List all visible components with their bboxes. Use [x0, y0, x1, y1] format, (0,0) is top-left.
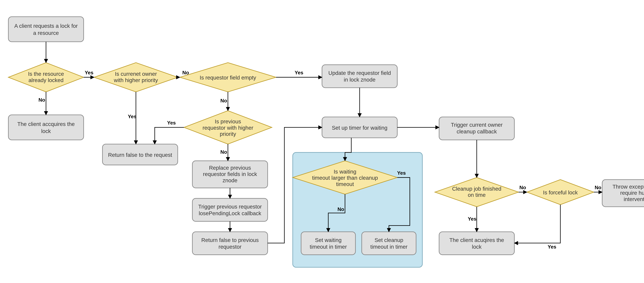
svg-rect-4 [8, 115, 84, 140]
edge-label: Yes [548, 244, 556, 250]
svg-text:Set up timer for waiting: Set up timer for waiting [332, 125, 387, 131]
edge-label: No [182, 70, 189, 75]
svg-text:Return false to the request: Return false to the request [108, 152, 172, 158]
node-p-replace: Replace previousrequestor fields in lock… [192, 161, 268, 188]
node-p-acquire2: The client acuqires thelock [439, 232, 514, 255]
svg-text:Is requestor field empty: Is requestor field empty [200, 75, 256, 81]
node-d-cleanup-ok: Cleanup job finishedon time [435, 178, 518, 207]
edge-label: Yes [295, 70, 303, 75]
node-d-locked: Is the resourcealready locked [8, 63, 84, 92]
node-p-update: Update the requestor fieldin lock znode [322, 65, 397, 88]
node-p-timer: Set up timer for waiting [322, 117, 397, 138]
node-d-owner-pri: Is currenet ownerwith higher priority [94, 63, 178, 92]
svg-rect-0 [8, 17, 84, 42]
edge-dforceful-pacquire2 [514, 205, 560, 243]
node-start: A client requests a lock fora resource [8, 17, 84, 42]
node-d-prev-pri: Is previousrequestor with higherpriority [184, 111, 272, 144]
node-p-setclean: Set cleanuptimeout in timer [362, 232, 416, 255]
edge-label: Yes [167, 120, 176, 126]
svg-rect-34 [439, 232, 514, 255]
edge-label: Yes [468, 216, 476, 222]
svg-rect-20 [322, 65, 397, 88]
edge-label: No [38, 97, 45, 103]
node-d-forceful: Is forceful lock [527, 180, 594, 205]
edge-dprevpri-pretfalse [155, 127, 184, 144]
edge-label: No [220, 149, 227, 155]
edge-label: No [338, 207, 344, 212]
svg-rect-26 [301, 232, 356, 255]
svg-rect-28 [362, 232, 416, 255]
edge-label: Yes [397, 170, 406, 176]
svg-rect-18 [192, 232, 268, 255]
node-p-trigclean: Trigger current ownercleanup callback [439, 117, 514, 140]
node-p-retfalse: Return false to the request [102, 144, 178, 165]
edge-label: No [519, 185, 526, 190]
edge-label: Yes [85, 70, 94, 75]
edge-label: Yes [128, 114, 136, 119]
edge-label: No [595, 185, 601, 190]
svg-text:Is forceful lock: Is forceful lock [543, 190, 578, 196]
svg-text:Is currenet ownerwith higher p: Is currenet ownerwith higher priority [114, 71, 158, 83]
svg-text:Is the resourcealready locked: Is the resourcealready locked [28, 71, 64, 83]
node-p-acquire1: The client accquires thelock [8, 115, 84, 140]
node-p-retprev: Return false to previousrequestor [192, 232, 268, 255]
node-p-setwait: Set waitingtimeout in timer [301, 232, 356, 255]
svg-rect-16 [192, 198, 268, 221]
node-d-req-empty: Is requestor field empty [180, 63, 276, 92]
node-p-throw: Throw exception andrequire humaninterven… [602, 180, 644, 207]
node-p-losepend: Trigger previous requestorlosePendingLoc… [192, 198, 268, 221]
edge-label: No [220, 98, 227, 103]
flowchart: A client requests a lock fora resource I… [0, 0, 644, 276]
